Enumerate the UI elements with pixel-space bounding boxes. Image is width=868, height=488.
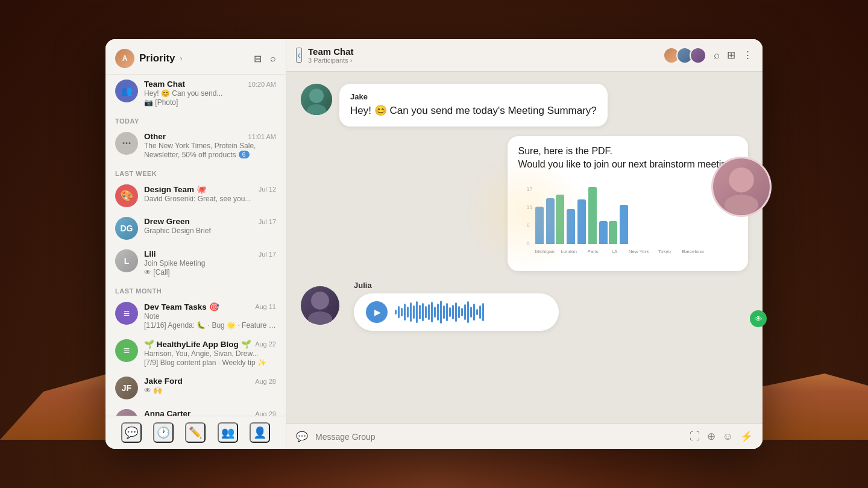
chat-name-row: 🌱 HealthyLife App Blog 🌱 Aug 22 xyxy=(144,339,276,349)
wave-bar xyxy=(431,302,433,322)
list-item[interactable]: ≡ Dev Team Tasks 🎯 Aug 11 Note [11/16] A… xyxy=(105,297,286,334)
chat-time: 11:01 AM xyxy=(248,133,276,140)
green-eye-icon[interactable]: 👁 xyxy=(750,310,767,327)
message-row-reply: Sure, here is the PDF.Would you like to … xyxy=(301,136,748,271)
chat-name: Lili xyxy=(144,249,156,258)
messages-area: Jake Hey! 😊 Can you send me today's Meet… xyxy=(286,72,763,424)
list-item[interactable]: ··· Other 11:01 AM The New York Times, P… xyxy=(105,127,286,164)
chat-header-info: Team Chat 3 Participants › xyxy=(308,46,354,64)
bar-group-london xyxy=(546,195,564,244)
list-item[interactable]: JF Jake Ford Aug 28 👁 🙌 xyxy=(105,372,286,404)
chart-label-la: LA xyxy=(605,249,624,254)
julia-avatar xyxy=(301,286,339,325)
back-button[interactable]: ‹ xyxy=(296,48,302,63)
list-item[interactable]: 🎨 Design Team 🐙 Jul 12 David Grosenki: G… xyxy=(105,180,286,212)
avatar: AC xyxy=(115,409,138,416)
chat-name-row: Jake Ford Aug 28 xyxy=(144,377,276,386)
list-item[interactable]: L Lili Jul 17 Join Spike Meeting 👁 [Call… xyxy=(105,245,286,281)
message-input[interactable] xyxy=(315,432,682,442)
message-bubble: Jake Hey! 😊 Can you send me today's Meet… xyxy=(339,84,608,127)
add-button[interactable]: ⊕ xyxy=(707,430,715,443)
chat-info: Other 11:01 AM The New York Times, Prote… xyxy=(144,132,276,159)
sidebar-title-area[interactable]: A Priority › xyxy=(115,49,183,68)
chat-time: Jul 12 xyxy=(259,186,276,193)
chat-preview-2: 📷 [Photo] xyxy=(144,98,276,107)
chat-time: 10:20 AM xyxy=(248,81,276,88)
waveform xyxy=(395,301,547,324)
avatar: 🎨 xyxy=(115,184,138,207)
chat-name-row: Team Chat 10:20 AM xyxy=(144,80,276,89)
audio-bubble: ▶ xyxy=(354,293,559,331)
chat-participants[interactable]: 3 Participants › xyxy=(308,57,354,64)
list-item[interactable]: ≡ 🌱 HealthyLife App Blog 🌱 Aug 22 Harris… xyxy=(105,334,286,372)
chat-info: Dev Team Tasks 🎯 Aug 11 Note [11/16] Age… xyxy=(144,302,276,330)
play-icon: ▶ xyxy=(374,307,381,317)
wave-bar xyxy=(479,305,481,319)
chat-header-title: Team Chat xyxy=(308,46,354,57)
chart-label-paris: Paris xyxy=(583,249,603,254)
emoji-button[interactable]: ☺ xyxy=(723,431,733,443)
chat-name-row: Anna Carter Aug 29 xyxy=(144,409,276,416)
messages-tab[interactable]: 💬 xyxy=(121,422,142,443)
chart-bars xyxy=(535,186,727,246)
list-item[interactable]: 👥 Team Chat 10:20 AM Hey! 😊 Can you send… xyxy=(105,75,286,111)
chat-info: 🌱 HealthyLife App Blog 🌱 Aug 22 Harrison… xyxy=(144,339,276,367)
bar-chart: 0 6 11 17 xyxy=(518,178,735,263)
wave-bar xyxy=(470,307,472,318)
clock-tab[interactable]: 🕐 xyxy=(153,422,174,443)
bar-tokyo-blue xyxy=(599,221,608,244)
chevron-icon: › xyxy=(180,54,183,63)
wave-bar xyxy=(434,307,436,318)
compose-tab[interactable]: ✏️ xyxy=(185,422,206,443)
bar-group-newyork xyxy=(588,187,597,244)
y-label-11: 11 xyxy=(527,204,533,210)
chat-name-row: Dev Team Tasks 🎯 Aug 11 xyxy=(144,302,276,311)
y-label-6: 6 xyxy=(527,222,533,228)
chat-search-button[interactable]: ⌕ xyxy=(714,49,720,61)
svg-point-4 xyxy=(729,167,753,192)
input-icons: ⛶ ⊕ ☺ ⚡ xyxy=(690,430,753,443)
svg-point-0 xyxy=(309,89,324,103)
search-button[interactable]: ⌕ xyxy=(270,53,276,64)
wave-bar xyxy=(401,308,403,316)
wave-bar xyxy=(428,304,430,320)
avatar: ··· xyxy=(115,132,138,155)
chat-time: Aug 22 xyxy=(255,340,276,348)
chat-name: Drew Green xyxy=(144,217,190,226)
play-button[interactable]: ▶ xyxy=(366,301,388,323)
avatar: JF xyxy=(115,377,138,399)
sidebar: A Priority › ⊟ ⌕ 👥 Team Chat 10:20 AM xyxy=(105,39,286,449)
wave-bar xyxy=(395,310,397,314)
chat-name: Dev Team Tasks 🎯 xyxy=(144,302,219,311)
wave-bar xyxy=(476,309,478,315)
wave-bar xyxy=(416,301,418,323)
chart-row: 0 6 11 17 xyxy=(527,186,727,254)
unread-badge: 6 xyxy=(239,151,250,158)
chart-label-barcelona: Barcelona xyxy=(679,249,708,254)
list-item-drew-green[interactable]: DG Drew Green Jul 17 Graphic Design Brie… xyxy=(105,212,286,245)
sidebar-list: 👥 Team Chat 10:20 AM Hey! 😊 Can you send… xyxy=(105,75,286,416)
chat-preview: Note xyxy=(144,312,276,321)
list-item[interactable]: AC Anna Carter Aug 29 Invitation: Review… xyxy=(105,404,286,416)
chat-calendar-button[interactable]: ⊞ xyxy=(727,49,735,61)
chat-name: 🌱 HealthyLife App Blog 🌱 xyxy=(144,339,251,349)
chat-more-button[interactable]: ⋮ xyxy=(743,49,753,61)
chat-preview-2: [11/16] Agenda: 🐛 · Bug 🌟 · Feature ⚙️ xyxy=(144,321,276,330)
lightning-button[interactable]: ⚡ xyxy=(740,430,753,443)
chat-info: Jake Ford Aug 28 👁 🙌 xyxy=(144,377,276,395)
avatar: ≡ xyxy=(115,302,138,325)
chat-preview-row: Newsletter, 50% off products 6 xyxy=(144,150,276,159)
expand-button[interactable]: ⛶ xyxy=(690,431,700,443)
chat-name: Team Chat xyxy=(144,80,185,89)
wave-bar xyxy=(425,306,427,318)
chart-y-labels: 0 6 11 17 xyxy=(527,186,533,246)
groups-tab[interactable]: 👥 xyxy=(218,422,238,443)
filter-button[interactable]: ⊟ xyxy=(254,53,262,64)
chat-info: Anna Carter Aug 29 Invitation: Review De… xyxy=(144,409,276,416)
contacts-tab[interactable]: 👤 xyxy=(250,422,270,443)
chat-preview: Join Spike Meeting xyxy=(144,259,276,267)
app-window: A Priority › ⊟ ⌕ 👥 Team Chat 10:20 AM xyxy=(105,39,763,449)
sidebar-header-icons: ⊟ ⌕ xyxy=(254,53,276,64)
svg-point-2 xyxy=(311,292,329,310)
y-label-0: 0 xyxy=(527,240,533,246)
